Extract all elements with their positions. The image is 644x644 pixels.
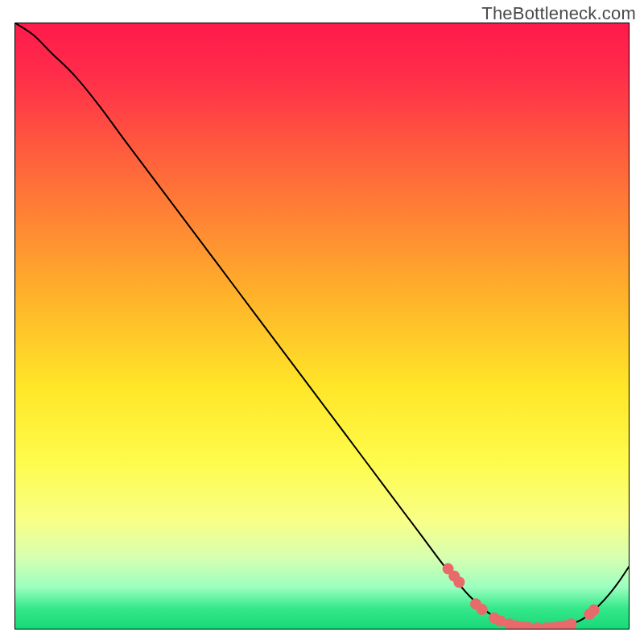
plot-area [14, 23, 630, 634]
data-point [588, 605, 600, 616]
watermark-text: TheBottleneck.com [481, 3, 636, 24]
data-point [477, 604, 488, 615]
chart-container: TheBottleneck.com [0, 0, 644, 644]
data-point [565, 618, 576, 630]
bottleneck-chart [0, 0, 644, 644]
data-point [453, 576, 464, 588]
gradient-background [14, 23, 630, 630]
